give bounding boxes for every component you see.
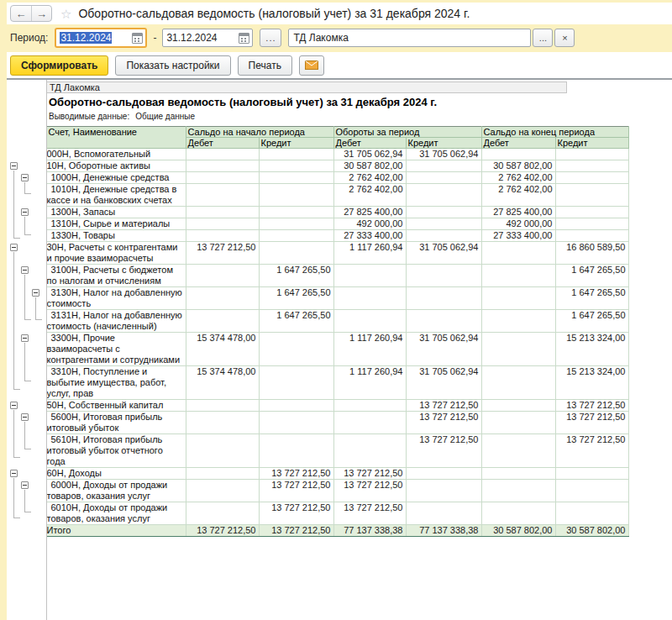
tree-gutter-cell xyxy=(7,230,46,242)
amount-cell xyxy=(259,412,333,434)
tree-gutter-cell xyxy=(7,218,46,230)
collapse-group-button[interactable] xyxy=(21,266,29,274)
tree-line xyxy=(13,310,14,333)
amount-cell xyxy=(555,172,628,184)
amount-cell: 13 727 212,50 xyxy=(406,400,481,412)
amount-cell xyxy=(406,184,481,207)
tree-line-corner xyxy=(24,512,31,512)
account-name-cell: 3131Н, Налог на добавленную стоимость (н… xyxy=(46,310,186,333)
collapse-group-button[interactable] xyxy=(10,162,18,170)
print-button[interactable]: Печать xyxy=(238,55,292,76)
amount-cell xyxy=(406,480,481,502)
column-closing-balance: Сальдо на конец периода xyxy=(481,127,628,138)
calendar-icon[interactable] xyxy=(132,33,143,44)
amount-cell: 13 727 212,50 xyxy=(555,412,628,434)
grouping-panel-divider xyxy=(46,80,47,620)
forward-button[interactable]: → xyxy=(31,6,51,21)
generate-button[interactable]: Сформировать xyxy=(10,55,108,76)
collapse-group-button[interactable] xyxy=(21,413,29,421)
report-title: Оборотно-сальдовая ведомость (налоговый … xyxy=(46,93,672,110)
tree-line xyxy=(13,218,14,230)
tree-line-corner xyxy=(24,319,31,320)
tree-line-corner xyxy=(13,389,20,390)
tree-line-corner xyxy=(24,381,31,381)
amount-cell xyxy=(555,207,628,218)
amount-cell xyxy=(186,434,259,468)
favorites-star-icon[interactable]: ☆ xyxy=(60,8,71,20)
amount-cell: 31 705 062,94 xyxy=(406,149,481,160)
tree-line-corner xyxy=(35,319,42,320)
amount-cell xyxy=(259,218,333,230)
calendar-icon[interactable] xyxy=(239,33,249,44)
back-button[interactable]: ← xyxy=(11,6,31,21)
period-variant-button[interactable]: ... xyxy=(260,29,281,47)
amount-cell: 15 213 324,00 xyxy=(555,333,628,366)
balance-sheet-table: Счет, Наименование Сальдо на начало пери… xyxy=(7,126,629,537)
organization-select-button[interactable]: ... xyxy=(533,29,553,47)
subcolumn-debit: Дебет xyxy=(333,138,406,149)
amount-cell xyxy=(259,242,333,265)
period-to-input[interactable]: 31.12.2024 xyxy=(162,29,253,47)
amount-cell: 31 705 062,94 xyxy=(406,242,481,265)
tree-line xyxy=(24,422,25,434)
amount-cell xyxy=(555,480,628,502)
envelope-icon xyxy=(305,60,318,70)
report-organization: ТД Лакомка xyxy=(46,81,567,93)
amount-cell xyxy=(186,480,259,502)
amount-cell xyxy=(406,468,481,480)
period-to-value: 31.12.2024 xyxy=(166,32,235,44)
amount-cell xyxy=(406,172,481,184)
collapse-group-button[interactable] xyxy=(21,174,29,181)
amount-cell: 1 117 260,94 xyxy=(333,366,406,400)
amount-cell xyxy=(555,184,628,207)
collapse-group-button[interactable] xyxy=(10,402,18,409)
account-name-cell: 3300Н, Прочие взаиморасчеты с контрагент… xyxy=(46,333,186,366)
amount-cell: 13 727 212,50 xyxy=(259,468,333,480)
subcolumn-credit: Кредит xyxy=(259,138,333,149)
amount-cell: 13 727 212,50 xyxy=(406,412,481,434)
amount-cell xyxy=(406,502,481,525)
collapse-group-button[interactable] xyxy=(21,334,29,342)
show-settings-button[interactable]: Показать настройки xyxy=(115,55,230,76)
period-from-input[interactable]: 31.12.2024 xyxy=(55,28,147,48)
table-row: 6000Н, Доходы от продажи товаров, оказан… xyxy=(7,480,628,502)
amount-cell xyxy=(481,502,555,525)
collapse-group-button[interactable] xyxy=(21,208,29,216)
organization-input[interactable]: ТД Лакомка xyxy=(288,29,531,47)
table-row: 1310Н, Сырье и материалы492 000,00492 00… xyxy=(7,218,628,230)
account-name-cell: 5610Н, Итоговая прибыль итоговый убыток … xyxy=(46,434,186,468)
collapse-group-button[interactable] xyxy=(10,244,18,251)
tree-gutter-cell xyxy=(7,310,46,333)
amount-cell: 13 727 212,50 xyxy=(555,400,628,412)
amount-cell xyxy=(259,149,333,160)
actions-toolbar: Сформировать Показать настройки Печать xyxy=(7,52,672,80)
amount-cell: 2 762 402,00 xyxy=(481,172,555,184)
amount-cell xyxy=(555,160,628,172)
tree-line xyxy=(24,434,25,449)
collapse-group-button[interactable] xyxy=(10,470,18,477)
amount-cell xyxy=(186,400,259,412)
collapse-group-button[interactable] xyxy=(21,481,29,489)
amount-cell xyxy=(333,265,406,287)
tree-line xyxy=(13,434,14,459)
account-name-cell: 1310Н, Сырье и материалы xyxy=(46,218,186,230)
tree-line xyxy=(13,333,14,366)
table-row: 5610Н, Итоговая прибыль итоговый убыток … xyxy=(7,434,628,468)
account-name-cell: 6010Н, Доходы от продажи товаров, оказан… xyxy=(46,502,186,525)
amount-cell xyxy=(186,310,259,333)
amount-cell: 30 587 802,00 xyxy=(333,160,406,172)
amount-cell: 27 333 400,00 xyxy=(333,230,406,242)
account-name-cell: 10Н, Оборотные активы xyxy=(46,160,186,172)
window-title: Оборотно-сальдовая ведомость (налоговый … xyxy=(78,7,470,20)
amount-cell xyxy=(481,480,555,502)
collapse-group-button[interactable] xyxy=(32,289,39,297)
amount-cell: 30 587 802,00 xyxy=(555,525,628,537)
amount-cell: 27 333 400,00 xyxy=(481,230,555,242)
tree-line xyxy=(13,184,14,207)
amount-cell xyxy=(186,184,259,207)
organization-clear-button[interactable]: × xyxy=(554,29,575,47)
amount-cell: 31 705 062,94 xyxy=(333,149,406,160)
tree-gutter-cell xyxy=(7,480,46,502)
send-email-button[interactable] xyxy=(299,55,324,76)
amount-cell xyxy=(481,265,555,287)
